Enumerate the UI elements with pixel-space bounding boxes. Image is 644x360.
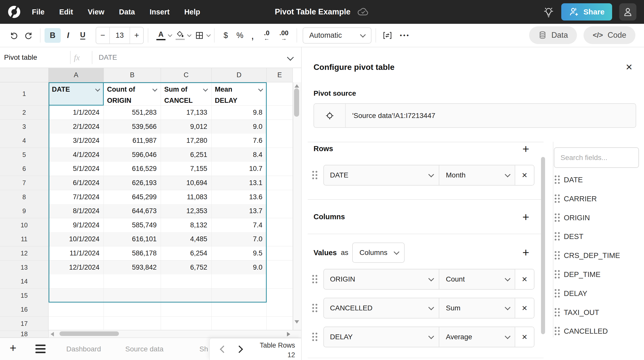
grid-cell[interactable] [267,106,293,120]
target-icon[interactable] [314,104,346,127]
grid-cell[interactable]: 17,280 [161,134,212,148]
chevron-down-icon[interactable] [95,87,100,92]
formula-input[interactable]: DATE [99,47,117,68]
field-item-cancelled[interactable]: CANCELLED [555,326,643,336]
grid-cell[interactable]: 616,101 [104,232,161,246]
grid-cell[interactable]: 9.5 [212,246,267,261]
grid-cell[interactable]: 6,752 [161,261,212,275]
grid-cell[interactable]: 616,529 [104,162,161,176]
vertical-scrollbar-thumb[interactable] [294,88,299,117]
grid-cell[interactable]: 7.0 [212,232,267,246]
grid-cell[interactable] [267,317,293,331]
grid-cell[interactable]: 7/1/2024 [49,190,104,204]
pivot-source-input[interactable]: 'Source data'!A1:I7213447 [314,103,636,128]
grid-cell[interactable]: 9.0 [212,261,267,275]
column-header-D[interactable]: D [212,68,267,82]
remove-field-button[interactable]: ✕ [515,327,534,347]
grid-cell[interactable] [267,274,293,289]
chevron-down-icon[interactable] [206,32,211,37]
avatar[interactable] [619,3,636,21]
field-item-taxi_out[interactable]: TAXI_OUT [555,307,643,317]
horizontal-scrollbar-thumb[interactable] [59,331,119,336]
values-item-field-select[interactable]: DELAY [324,327,439,347]
bold-button[interactable]: B [45,28,61,43]
grid-cell[interactable]: 10,694 [161,176,212,190]
chevron-down-icon[interactable] [203,87,208,92]
add-value-field-button[interactable]: + [520,247,531,258]
column-header-B[interactable]: B [104,68,161,82]
font-size-value[interactable]: 13 [109,27,130,44]
drag-handle-icon[interactable] [555,213,560,222]
grid-cell[interactable]: 11/1/2024 [49,246,104,261]
row-header-12[interactable]: 12 [0,246,49,261]
drag-handle-icon[interactable] [555,175,560,184]
grid-cell[interactable] [212,289,267,303]
grid-cell[interactable] [267,218,293,232]
underline-button[interactable]: U [75,28,90,43]
drag-handle-icon[interactable] [555,194,560,203]
menu-item-edit[interactable]: Edit [59,8,73,16]
formula-bar-expand-icon[interactable] [287,54,294,61]
rows-item-field-select[interactable]: DATE [324,165,439,185]
app-logo[interactable] [8,5,21,18]
rows-item-option-select[interactable]: Month [439,165,515,185]
decrease-decimals-button[interactable]: .0← [258,30,275,41]
chevron-down-icon[interactable] [168,32,172,37]
field-item-dest[interactable]: DEST [555,231,643,242]
grid-cell[interactable] [49,274,104,289]
grid-cell[interactable]: 12,353 [161,204,212,218]
field-item-delay[interactable]: DELAY [555,288,643,298]
grid-cell[interactable]: 6,254 [161,246,212,261]
grid-cell[interactable]: 5/1/2024 [49,162,104,176]
grid-cell[interactable]: 10.7 [212,162,267,176]
grid-cell[interactable] [104,317,161,331]
grid-cell[interactable]: 7,155 [161,162,212,176]
column-header-A[interactable]: A [49,68,104,82]
row-header-3[interactable]: 3 [0,120,49,134]
field-item-date[interactable]: DATE [555,175,643,185]
grid-cell[interactable]: 13.7 [212,204,267,218]
grid-cell[interactable] [161,317,212,331]
grid-cell[interactable] [267,232,293,246]
menu-item-help[interactable]: Help [184,8,200,16]
grid-cell[interactable] [104,289,161,303]
grid-corner-cell[interactable] [0,68,49,82]
code-view-button[interactable]: </> Code [584,26,635,44]
grid-cell[interactable]: 585,749 [104,218,161,232]
grid-cell[interactable]: 6/1/2024 [49,176,104,190]
pivot-header-cell[interactable]: DATE [49,82,104,106]
grid-cell[interactable] [161,289,212,303]
grid-cell[interactable]: 9.0 [212,120,267,134]
add-column-field-button[interactable]: + [520,211,531,223]
share-button[interactable]: Share [561,3,612,21]
grid-cell[interactable]: 7.6 [212,134,267,148]
drag-handle-icon[interactable] [312,275,317,284]
grid-cell[interactable] [104,303,161,317]
grid-cell[interactable] [212,303,267,317]
row-header-18[interactable]: 18 [0,331,49,337]
scroll-up-arrow[interactable] [295,84,299,88]
grid-cell[interactable]: 644,673 [104,204,161,218]
grid-cell[interactable] [267,303,293,317]
grid-cell[interactable] [267,134,293,148]
grid-cell[interactable] [267,176,293,190]
grid-cell[interactable]: 3/1/2024 [49,134,104,148]
grid-cell[interactable]: 611,987 [104,134,161,148]
grid-cell[interactable] [161,274,212,289]
grid-cell[interactable]: 13.6 [212,190,267,204]
grid-cell[interactable]: 7.4 [212,218,267,232]
close-icon[interactable]: ✕ [624,62,635,73]
drag-handle-icon[interactable] [555,270,560,279]
drag-handle-icon[interactable] [555,251,560,260]
menu-item-view[interactable]: View [88,8,105,16]
grid-cell[interactable]: 8.4 [212,148,267,162]
chevron-down-icon[interactable] [152,87,157,92]
grid-cell[interactable] [267,82,293,106]
search-fields-input[interactable] [554,147,639,168]
text-color-button[interactable]: A [156,31,165,40]
more-options-button[interactable]: ••• [400,32,410,39]
column-header-E[interactable]: E [267,68,293,82]
row-header-17[interactable]: 17 [0,317,49,331]
grid-cell[interactable] [267,162,293,176]
pivot-header-cell[interactable]: MeanDELAY [212,82,267,106]
